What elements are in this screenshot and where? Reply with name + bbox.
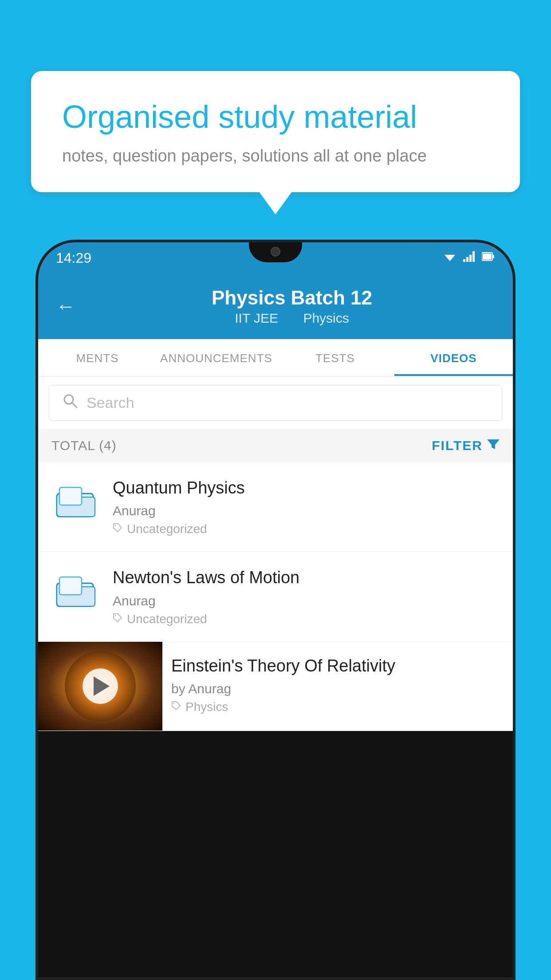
svg-rect-13 xyxy=(59,487,82,505)
total-count: TOTAL (4) xyxy=(51,438,117,453)
filter-bar: TOTAL (4) FILTER xyxy=(38,429,513,462)
app-header: ← Physics Batch 12 IIT JEE Physics xyxy=(38,273,513,339)
video-author: Anurag xyxy=(113,503,500,518)
volume-down-button xyxy=(35,442,37,486)
list-item[interactable]: Newton's Laws of Motion Anurag Uncategor… xyxy=(38,552,513,641)
video-author: by Anurag xyxy=(171,681,504,696)
header-subtitle: IIT JEE Physics xyxy=(89,311,495,326)
video-title: Newton's Laws of Motion xyxy=(113,567,500,589)
search-bar[interactable]: Search xyxy=(49,385,502,421)
video-list: Quantum Physics Anurag Uncategorized xyxy=(38,462,513,731)
einstein-thumbnail xyxy=(38,642,162,731)
wifi-icon xyxy=(443,251,457,265)
tag-label: Physics xyxy=(185,700,228,714)
svg-marker-11 xyxy=(487,439,500,449)
video-thumbnail xyxy=(51,477,100,526)
subtitle-part2: Physics xyxy=(303,311,349,325)
search-icon xyxy=(63,393,78,412)
svg-rect-16 xyxy=(59,577,82,595)
header-title: Physics Batch 12 xyxy=(89,287,495,309)
svg-rect-5 xyxy=(472,251,475,262)
list-item[interactable]: Quantum Physics Anurag Uncategorized xyxy=(38,462,513,552)
volume-up-button xyxy=(35,384,37,429)
status-icons xyxy=(443,251,495,265)
play-icon xyxy=(94,676,110,696)
status-bar: 14:29 xyxy=(38,242,513,273)
svg-point-17 xyxy=(115,615,116,616)
header-title-container: Physics Batch 12 IIT JEE Physics xyxy=(89,287,495,326)
subtitle-part1: IIT JEE xyxy=(235,311,278,325)
video-title: Einstein's Theory Of Relativity xyxy=(171,655,504,677)
tag-label: Uncategorized xyxy=(127,612,207,626)
video-tag: Physics xyxy=(171,700,504,714)
tab-tests[interactable]: TESTS xyxy=(276,339,394,376)
svg-rect-7 xyxy=(492,255,494,258)
tab-announcements[interactable]: ANNOUNCEMENTS xyxy=(157,339,276,376)
filter-button[interactable]: FILTER xyxy=(432,438,500,453)
svg-rect-2 xyxy=(463,259,465,262)
tab-ments[interactable]: MENTS xyxy=(38,339,157,376)
svg-line-10 xyxy=(72,403,77,407)
status-time: 14:29 xyxy=(56,250,91,266)
svg-rect-3 xyxy=(466,257,468,262)
phone-frame: 14:29 xyxy=(35,240,516,980)
power-button xyxy=(514,375,516,411)
video-info: Newton's Laws of Motion Anurag Uncategor… xyxy=(113,567,500,626)
speech-bubble-title: Organised study material xyxy=(62,98,489,136)
tab-videos[interactable]: VIDEOS xyxy=(394,339,513,376)
svg-point-18 xyxy=(173,703,175,704)
mute-button xyxy=(35,340,37,367)
svg-rect-4 xyxy=(469,255,472,262)
signal-icon xyxy=(463,251,476,265)
camera xyxy=(271,247,280,257)
speech-bubble-subtitle: notes, question papers, solutions all at… xyxy=(62,146,489,166)
video-info: Einstein's Theory Of Relativity by Anura… xyxy=(162,642,513,727)
list-item[interactable]: Einstein's Theory Of Relativity by Anura… xyxy=(38,642,513,731)
battery-icon xyxy=(482,251,495,265)
speech-bubble-container: Organised study material notes, question… xyxy=(31,71,520,192)
tag-icon xyxy=(113,613,122,625)
tag-icon xyxy=(171,701,181,713)
svg-marker-1 xyxy=(446,257,453,261)
tabs-container: MENTS ANNOUNCEMENTS TESTS VIDEOS xyxy=(38,339,513,377)
svg-point-14 xyxy=(115,525,116,526)
svg-rect-8 xyxy=(483,253,492,260)
video-info: Quantum Physics Anurag Uncategorized xyxy=(113,477,500,536)
filter-icon xyxy=(487,438,500,453)
video-tag: Uncategorized xyxy=(113,612,500,626)
video-thumbnail xyxy=(51,567,100,616)
back-button[interactable]: ← xyxy=(56,295,75,317)
search-placeholder: Search xyxy=(87,394,134,411)
search-container: Search xyxy=(38,377,513,429)
tag-label: Uncategorized xyxy=(127,522,207,536)
speech-bubble: Organised study material notes, question… xyxy=(31,71,520,192)
tag-icon xyxy=(113,523,122,535)
play-button[interactable] xyxy=(83,668,118,704)
filter-label: FILTER xyxy=(432,438,483,453)
video-title: Quantum Physics xyxy=(113,477,500,499)
notch xyxy=(249,242,302,262)
video-tag: Uncategorized xyxy=(113,522,500,536)
video-author: Anurag xyxy=(113,593,500,609)
